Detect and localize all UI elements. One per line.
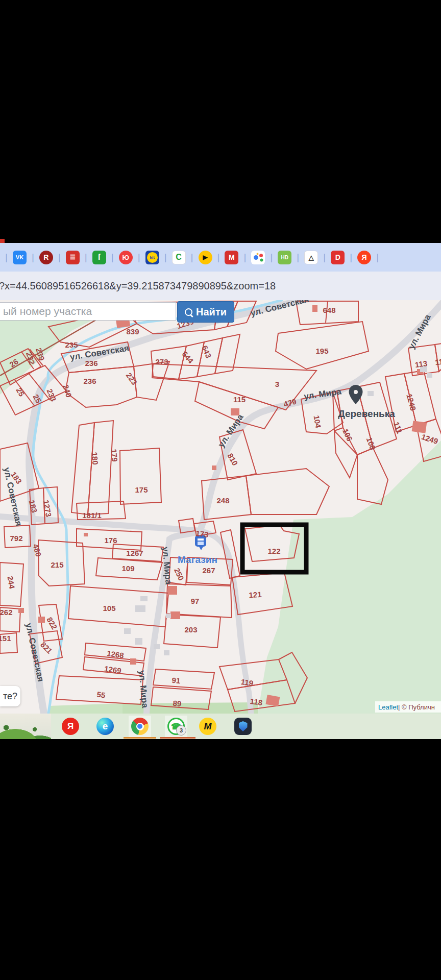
chrome-icon xyxy=(131,718,149,735)
parcel-number-97: 97 xyxy=(191,597,200,605)
parcel-number-173: 173 xyxy=(195,529,209,539)
dots-icon[interactable] xyxy=(251,251,265,264)
bookmark-separator: | xyxy=(164,252,167,263)
bookmark-separator: | xyxy=(243,252,246,263)
bookmark-separator: | xyxy=(85,252,87,263)
parcel-number-3: 3 xyxy=(275,380,279,388)
magnit-icon[interactable]: М xyxy=(225,251,238,264)
kit-icon[interactable]: kit xyxy=(145,251,159,264)
parcel-number-215: 215 xyxy=(51,560,63,569)
parcel-number-176: 176 xyxy=(104,536,117,545)
parcel-number-792: 792 xyxy=(10,534,22,543)
parcel-number-248: 248 xyxy=(216,496,229,505)
yandex-icon[interactable]: Я xyxy=(357,251,371,264)
bookmark-separator: | xyxy=(270,252,273,263)
parcel-number-122: 122 xyxy=(267,547,280,555)
edge-icon: e xyxy=(96,718,114,735)
parcel-number-236: 236 xyxy=(83,377,96,385)
whatsapp-badge: 3 xyxy=(176,725,186,736)
parcel-number-151: 151 xyxy=(0,634,11,643)
desktop-wallpaper-thumbnail[interactable] xyxy=(0,714,51,739)
dzen-d-icon[interactable]: D xyxy=(331,251,345,264)
parcel-number-203: 203 xyxy=(184,625,197,634)
parcel-number-118: 118 xyxy=(250,697,263,707)
red-grid-icon[interactable]: ☰ xyxy=(66,251,80,264)
parcel-number-91: 91 xyxy=(172,676,181,685)
parcel-number-273: 273 xyxy=(155,357,168,366)
parcel-number-109: 109 xyxy=(121,564,134,573)
tooltip-fragment[interactable]: те? xyxy=(0,686,20,706)
chrome-active-indicator xyxy=(124,737,156,739)
map-attribution: Leaflet | © Публичн xyxy=(375,701,441,713)
url-bar[interactable]: ?x=44.56089516526618&y=39.21587347989089… xyxy=(0,272,441,300)
bookmark-separator: | xyxy=(323,252,326,263)
parcel-number-1267: 1267 xyxy=(126,549,143,557)
cadastral-map[interactable]: 2358391239262392322362362402332525223273… xyxy=(0,300,441,714)
leaflet-link[interactable]: Leaflet xyxy=(378,703,398,711)
market-m-icon: M xyxy=(199,718,216,735)
taskbar-shield[interactable] xyxy=(232,716,254,737)
parcel-number-235: 235 xyxy=(65,340,78,349)
parcel-number-121: 121 xyxy=(249,590,262,599)
shield-icon xyxy=(234,718,252,735)
bookmark-separator: | xyxy=(111,252,114,263)
bookmark-separator: | xyxy=(58,252,61,263)
sailboat-icon[interactable]: △ xyxy=(304,251,318,264)
label-Магазин: Магазин xyxy=(178,554,217,565)
label-Деревенька: Деревенька xyxy=(338,408,395,419)
parcel-number-113: 113 xyxy=(414,359,428,369)
parcel-number-839: 839 xyxy=(126,327,139,336)
taskbar-yandex-browser[interactable]: Я xyxy=(59,716,82,737)
yandex-browser-icon: Я xyxy=(62,718,79,735)
search-button[interactable]: Найти xyxy=(177,301,234,323)
yula-icon[interactable]: Ю xyxy=(119,251,133,264)
parcel-number-105: 105 xyxy=(103,604,115,612)
whatsapp-icon: ☎ 3 xyxy=(167,718,185,735)
bookmark-separator: | xyxy=(376,252,379,263)
taskbar-market[interactable]: M xyxy=(197,716,219,737)
c-green-icon[interactable]: С xyxy=(172,251,186,264)
search-button-label: Найти xyxy=(196,306,227,318)
whatsapp-active-indicator xyxy=(160,737,195,739)
taskbar-whatsapp[interactable]: ☎ 3 xyxy=(165,716,187,737)
search-input[interactable] xyxy=(0,302,176,321)
parcel-number-179: 179 xyxy=(109,449,119,462)
bookmark-separator: | xyxy=(217,252,220,263)
parcel-number-89: 89 xyxy=(173,699,182,708)
green-leaf-icon[interactable]: ſ xyxy=(92,251,106,264)
bookmark-separator: | xyxy=(350,252,352,263)
parcel-number-115: 115 xyxy=(233,395,246,404)
taskbar-chrome[interactable] xyxy=(129,716,151,737)
bookmark-separator: | xyxy=(138,252,140,263)
attribution-text: | © Публичн xyxy=(398,703,435,711)
parcel-number-181/1: 181/1 xyxy=(82,511,102,520)
bookmarks-bar: |VK|R|☰|ſ|Ю|kit|С|▶|М||HD|△|D|Я| xyxy=(0,243,441,272)
parcel-number-648: 648 xyxy=(323,306,335,314)
parcel-number-175: 175 xyxy=(135,485,148,494)
parcel-number-267: 267 xyxy=(202,566,215,575)
parcel-number-11: 11 xyxy=(434,357,441,366)
r-circle-icon[interactable]: R xyxy=(39,251,53,264)
url-text: ?x=44.56089516526618&y=39.21587347989089… xyxy=(0,280,276,292)
parcel-number-236: 236 xyxy=(85,359,97,368)
bookmark-separator: | xyxy=(297,252,299,263)
parcel-number-119: 119 xyxy=(240,677,254,688)
parcel-number-55: 55 xyxy=(96,690,106,699)
vk-icon[interactable]: VK xyxy=(13,251,27,264)
bookmark-separator: | xyxy=(5,252,8,263)
parcel-number-262: 262 xyxy=(0,608,13,617)
bookmark-separator: | xyxy=(191,252,193,263)
hd-icon[interactable]: HD xyxy=(278,251,291,264)
taskbar-edge[interactable]: e xyxy=(94,716,116,737)
parcel-number-195: 195 xyxy=(315,347,328,355)
search-icon xyxy=(185,308,192,316)
parcel-number-180: 180 xyxy=(90,452,100,465)
play-icon[interactable]: ▶ xyxy=(199,251,212,264)
bookmark-separator: | xyxy=(32,252,34,263)
